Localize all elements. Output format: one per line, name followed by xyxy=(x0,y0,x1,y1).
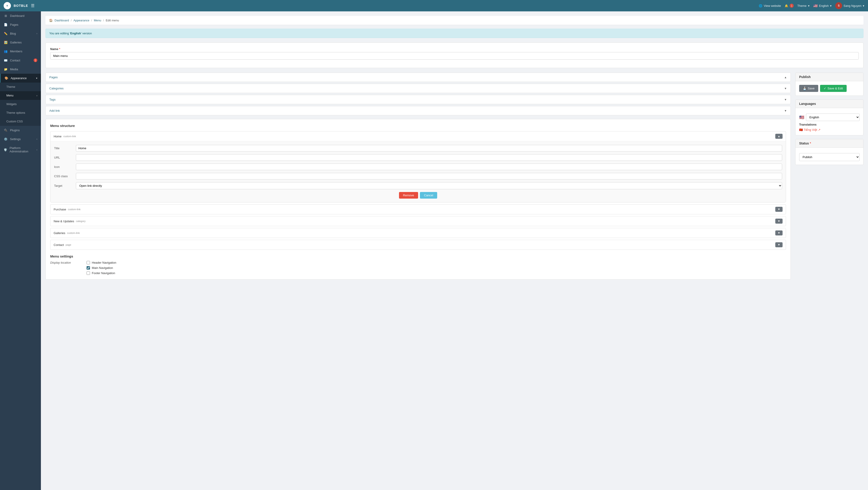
sidebar-item-appearance[interactable]: 🎨 Appearance ▾ xyxy=(0,74,41,83)
breadcrumb-current: Edit menu xyxy=(106,19,119,22)
navbar-left: B BOTBLE ☰ xyxy=(4,2,35,9)
language-dropdown[interactable]: 🇺🇸 English ▾ xyxy=(813,4,832,8)
menu-item-purchase-badge: custom-link xyxy=(68,208,81,211)
sidebar-item-plugins[interactable]: 🔌 Plugins xyxy=(0,126,41,135)
menu-item-galleries-toggle[interactable]: ▼ xyxy=(775,230,782,235)
save-edit-button[interactable]: ✓ Save & Edit xyxy=(820,85,847,92)
menu-item-galleries-header[interactable]: Galleries custom-link ▼ xyxy=(51,228,786,238)
theme-dropdown[interactable]: Theme ▾ xyxy=(797,4,809,7)
sidebar-item-contact[interactable]: ✉️ Contact 1 xyxy=(0,56,41,65)
logo-icon: B xyxy=(4,2,11,9)
breadcrumb-sep: / xyxy=(91,19,92,22)
form-row-css-class: CSS class xyxy=(54,173,782,179)
publish-card-header: Publish xyxy=(796,73,863,81)
contact-icon: ✉️ xyxy=(4,59,8,62)
accordion-tags-header[interactable]: Tags ▼ xyxy=(46,95,790,104)
sidebar-item-media[interactable]: 📁 Media xyxy=(0,65,41,74)
sidebar-sub-menu[interactable]: Menu › xyxy=(0,91,41,100)
sidebar-item-pages[interactable]: 📄 Pages xyxy=(0,20,41,29)
checkbox-main-nav[interactable]: Main Navigation xyxy=(87,266,116,269)
arrow-icon: › xyxy=(37,32,37,35)
translation-link[interactable]: 🇻🇳 Tiếng Việt ↗ xyxy=(799,128,860,132)
hamburger-icon[interactable]: ☰ xyxy=(31,3,35,8)
sidebar-item-label: Appearance xyxy=(11,77,27,80)
external-link-icon: ↗ xyxy=(818,128,820,132)
menu-item-home-toggle[interactable]: ▲ xyxy=(775,134,782,139)
sidebar-sub-theme-options[interactable]: Theme options xyxy=(0,109,41,117)
content-right: Publish 💾 Save ✓ Save & Edit xyxy=(795,73,864,280)
menu-item-contact-header[interactable]: Contact page ▼ xyxy=(51,240,786,250)
accordion-categories-header[interactable]: Categories ▼ xyxy=(46,84,790,93)
name-label: Name * xyxy=(50,47,859,51)
accordion-pages-header[interactable]: Pages ▲ xyxy=(46,73,790,82)
accordion-add-link-header[interactable]: Add link ▼ xyxy=(46,106,790,115)
accordion-categories: Categories ▼ xyxy=(45,84,791,93)
menu-item-new-updates: New & Updates category ▼ xyxy=(50,216,786,226)
remove-button[interactable]: Remove xyxy=(399,192,418,199)
menu-item-home-header[interactable]: Home custom-link ▲ xyxy=(51,132,786,141)
cancel-button[interactable]: Cancel xyxy=(420,192,437,199)
sidebar-item-label: Theme options xyxy=(6,111,25,114)
form-select-target[interactable]: Open link directly xyxy=(76,182,782,189)
menu-item-purchase-toggle[interactable]: ▼ xyxy=(775,207,782,212)
menu-structure-title: Menu structure xyxy=(50,124,786,127)
sidebar-item-galleries[interactable]: 🖼️ Galleries xyxy=(0,38,41,47)
sidebar-sub-theme[interactable]: Theme xyxy=(0,83,41,91)
main-content: 🏠 Dashboard / Appearance / Menu / Edit m… xyxy=(41,11,868,490)
form-input-icon[interactable] xyxy=(76,164,782,170)
required-mark: * xyxy=(59,47,60,51)
menu-item-new-updates-header[interactable]: New & Updates category ▼ xyxy=(51,217,786,226)
user-menu[interactable]: S Sang Nguyen ▾ xyxy=(835,2,864,9)
sidebar-item-settings[interactable]: ⚙️ Settings › xyxy=(0,135,41,144)
form-input-url[interactable] xyxy=(76,154,782,161)
sidebar-item-platform-admin[interactable]: 🛡️ Platform Administration › xyxy=(0,144,41,156)
sidebar-item-dashboard[interactable]: ⊞ Dashboard xyxy=(0,11,41,20)
menu-item-contact-toggle[interactable]: ▼ xyxy=(775,242,782,247)
menu-item-home-badge: custom-link xyxy=(63,135,76,138)
galleries-icon: 🖼️ xyxy=(4,41,8,44)
save-button[interactable]: 💾 Save xyxy=(799,85,818,92)
menu-item-purchase-header[interactable]: Purchase custom-link ▼ xyxy=(51,204,786,214)
sidebar-item-label: Blog xyxy=(10,32,16,35)
menu-item-purchase-label: Purchase xyxy=(54,208,66,211)
sidebar-item-label: Menu xyxy=(6,94,13,97)
name-card: Name * xyxy=(45,42,864,68)
accordion-pages-label: Pages xyxy=(49,76,58,79)
breadcrumb-menu[interactable]: Menu xyxy=(94,19,101,22)
checkbox-footer-nav-input[interactable] xyxy=(87,271,90,275)
form-row-target: Target Open link directly xyxy=(54,182,782,189)
publish-actions: 💾 Save ✓ Save & Edit xyxy=(799,85,860,92)
sidebar-item-blog[interactable]: ✏️ Blog › xyxy=(0,29,41,38)
checkbox-header-nav-input[interactable] xyxy=(87,261,90,264)
publish-card-body: 💾 Save ✓ Save & Edit xyxy=(796,81,863,95)
sidebar-item-label: Widgets xyxy=(6,103,17,106)
language-flag: 🇺🇸 xyxy=(799,115,804,120)
checkbox-footer-nav[interactable]: Footer Navigation xyxy=(87,271,116,275)
form-input-title[interactable] xyxy=(76,145,782,151)
notifications-btn[interactable]: 🔔 1 xyxy=(785,4,794,8)
accordion-tags-label: Tags xyxy=(49,98,56,101)
chevron-down-icon: ▾ xyxy=(830,4,832,7)
menu-item-galleries-left: Galleries custom-link xyxy=(54,231,80,235)
media-icon: 📁 xyxy=(4,67,8,71)
menu-item-new-updates-toggle[interactable]: ▼ xyxy=(775,219,782,224)
checkbox-main-nav-input[interactable] xyxy=(87,266,90,269)
form-input-css-class[interactable] xyxy=(76,173,782,179)
breadcrumb-dashboard[interactable]: Dashboard xyxy=(55,19,69,22)
form-row-icon: Icon xyxy=(54,164,782,170)
menu-item-galleries-label: Galleries xyxy=(54,231,65,235)
status-card-header: Status * xyxy=(796,139,863,148)
menu-item-purchase: Purchase custom-link ▼ xyxy=(50,204,786,214)
sidebar-sub-widgets[interactable]: Widgets xyxy=(0,100,41,109)
status-select[interactable]: Publish xyxy=(799,153,860,161)
arrow-icon: ▾ xyxy=(36,77,37,79)
name-input[interactable] xyxy=(50,52,859,60)
checkbox-header-nav[interactable]: Header Navigation xyxy=(87,261,116,264)
breadcrumb-appearance[interactable]: Appearance xyxy=(73,19,89,22)
home-icon: 🏠 xyxy=(49,19,53,22)
sidebar-item-members[interactable]: 👥 Members xyxy=(0,47,41,56)
sidebar-sub-custom-css[interactable]: Custom CSS xyxy=(0,117,41,126)
view-website-btn[interactable]: 🌐 View website xyxy=(759,4,781,7)
translations-title: Translations xyxy=(799,123,860,126)
language-select[interactable]: English xyxy=(806,114,860,121)
